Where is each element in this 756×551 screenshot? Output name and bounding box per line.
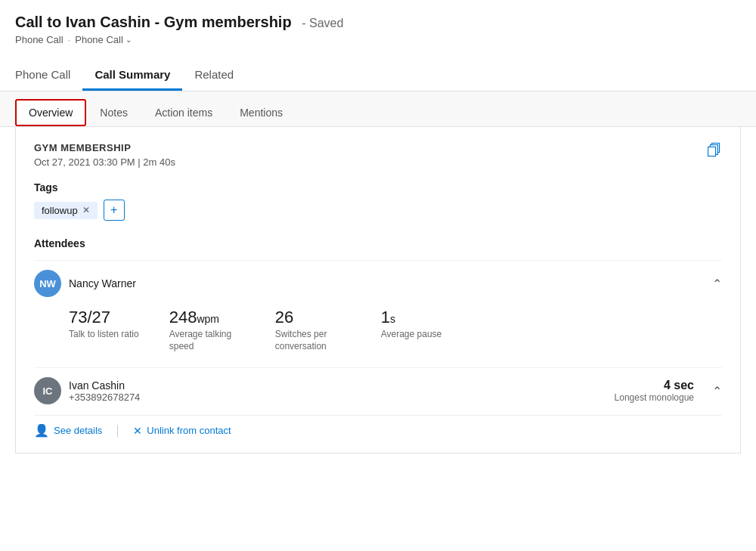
stat-label-switches: Switches per conversation bbox=[275, 329, 351, 352]
call-info: GYM MEMBERSHIP Oct 27, 2021 03:30 PM | 2… bbox=[34, 142, 175, 168]
breadcrumb-separator: · bbox=[68, 34, 71, 45]
attendees-section: Attendees NW Nancy Warner ⌃ 73/27 bbox=[34, 237, 722, 438]
attendee-row-ivan: IC Ivan Cashin +353892678274 4 sec Longe… bbox=[34, 367, 722, 404]
stat-talking-speed: 248wpm Average talking speed bbox=[169, 308, 245, 352]
tab-call-summary[interactable]: Call Summary bbox=[82, 60, 182, 91]
avatar-nancy: NW bbox=[34, 270, 61, 297]
sub-tab-overview[interactable]: Overview bbox=[15, 99, 86, 126]
stat-label-talking-speed: Average talking speed bbox=[169, 329, 245, 352]
call-title: GYM MEMBERSHIP bbox=[34, 142, 175, 153]
tag-followup: followup ✕ bbox=[34, 202, 98, 219]
see-details-label: See details bbox=[54, 425, 102, 436]
sub-tab-mentions[interactable]: Mentions bbox=[226, 99, 296, 126]
call-header: GYM MEMBERSHIP Oct 27, 2021 03:30 PM | 2… bbox=[34, 142, 722, 168]
see-details-icon: 👤 bbox=[34, 423, 49, 438]
attendee-row-nancy: NW Nancy Warner ⌃ 73/27 Talk to listen r… bbox=[34, 260, 722, 364]
ivan-right: 4 sec Longest monologue ⌃ bbox=[615, 379, 722, 403]
monologue-info: 4 sec Longest monologue bbox=[615, 379, 694, 403]
breadcrumb: Phone Call · Phone Call ⌄ bbox=[15, 34, 741, 45]
tag-remove-button[interactable]: ✕ bbox=[82, 205, 90, 215]
unlink-button[interactable]: ✕ Unlink from contact bbox=[133, 425, 231, 437]
attendees-label: Attendees bbox=[34, 237, 722, 249]
stat-talk-listen: 73/27 Talk to listen ratio bbox=[69, 308, 139, 352]
monologue-value: 4 sec bbox=[615, 379, 694, 392]
breadcrumb-dropdown[interactable]: Phone Call ⌄ bbox=[75, 34, 132, 45]
tags-list: followup ✕ + bbox=[34, 200, 722, 221]
stat-value-avg-pause: 1 bbox=[381, 308, 390, 327]
action-divider bbox=[117, 425, 118, 437]
attendee-info-nancy: NW Nancy Warner bbox=[34, 270, 136, 297]
stat-avg-pause: 1s Average pause bbox=[381, 308, 442, 352]
stat-unit-s: s bbox=[390, 313, 395, 325]
sub-tab-action-items[interactable]: Action items bbox=[141, 99, 226, 126]
stat-label-talk-listen: Talk to listen ratio bbox=[69, 329, 139, 341]
collapse-ivan-button[interactable]: ⌃ bbox=[712, 384, 722, 398]
stats-row-nancy: 73/27 Talk to listen ratio 248wpm Averag… bbox=[69, 308, 722, 364]
stat-value-talk-listen: 73/27 bbox=[69, 308, 110, 327]
tag-add-button[interactable]: + bbox=[104, 200, 125, 221]
breadcrumb-item-1: Phone Call bbox=[15, 34, 64, 45]
tags-label: Tags bbox=[34, 181, 722, 193]
stat-value-talking-speed: 248 bbox=[169, 308, 197, 327]
stat-unit-wpm: wpm bbox=[197, 313, 219, 325]
content-card: GYM MEMBERSHIP Oct 27, 2021 03:30 PM | 2… bbox=[15, 127, 741, 453]
main-tab-bar: Phone Call Call Summary Related bbox=[0, 60, 756, 91]
tab-related[interactable]: Related bbox=[182, 60, 246, 91]
page-title: Call to Ivan Cashin - Gym membership - S… bbox=[15, 14, 741, 31]
ivan-name-phone: Ivan Cashin +353892678274 bbox=[69, 379, 140, 403]
tags-section: Tags followup ✕ + bbox=[34, 181, 722, 221]
monologue-label: Longest monologue bbox=[615, 392, 694, 403]
page-header: Call to Ivan Cashin - Gym membership - S… bbox=[0, 0, 756, 51]
sub-tab-bar: Overview Notes Action items Mentions bbox=[0, 91, 756, 127]
attendee-name-ivan: Ivan Cashin bbox=[69, 379, 140, 392]
copy-icon[interactable]: 🗍 bbox=[707, 142, 722, 159]
footer-actions: 👤 See details ✕ Unlink from contact bbox=[34, 415, 722, 438]
attendee-header-nancy: NW Nancy Warner ⌃ bbox=[34, 270, 722, 297]
attendee-name-nancy: Nancy Warner bbox=[69, 277, 136, 289]
tab-phone-call[interactable]: Phone Call bbox=[15, 60, 82, 91]
sub-tab-notes[interactable]: Notes bbox=[86, 99, 141, 126]
breadcrumb-item-2: Phone Call bbox=[75, 34, 123, 45]
attendee-info-ivan: IC Ivan Cashin +353892678274 bbox=[34, 377, 140, 404]
unlink-label: Unlink from contact bbox=[147, 425, 231, 436]
see-details-button[interactable]: 👤 See details bbox=[34, 423, 102, 438]
stat-value-switches: 26 bbox=[275, 308, 293, 327]
stat-label-avg-pause: Average pause bbox=[381, 329, 442, 341]
collapse-nancy-button[interactable]: ⌃ bbox=[712, 277, 722, 291]
tag-label: followup bbox=[42, 205, 78, 216]
stat-switches: 26 Switches per conversation bbox=[275, 308, 351, 352]
unlink-icon: ✕ bbox=[133, 425, 142, 437]
chevron-down-icon: ⌄ bbox=[125, 36, 132, 44]
attendee-phone-ivan: +353892678274 bbox=[69, 392, 140, 403]
call-meta: Oct 27, 2021 03:30 PM | 2m 40s bbox=[34, 156, 175, 168]
avatar-ivan: IC bbox=[34, 377, 61, 404]
saved-badge: - Saved bbox=[302, 17, 343, 29]
attendee-header-ivan: IC Ivan Cashin +353892678274 4 sec Longe… bbox=[34, 377, 722, 404]
